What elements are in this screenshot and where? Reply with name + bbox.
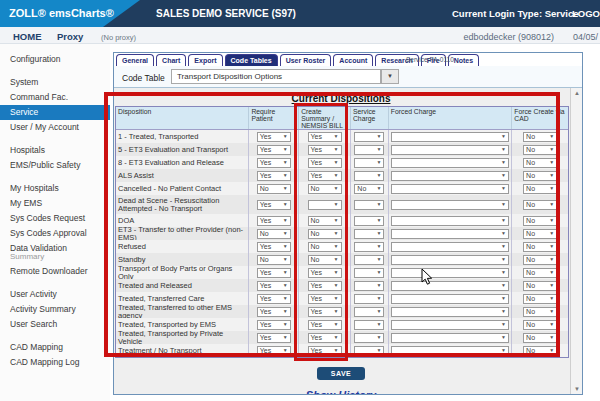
service-charge-select[interactable]: ▼: [354, 307, 384, 317]
require-patient-select[interactable]: Yes▼: [257, 333, 291, 343]
create-summary-select[interactable]: No▼: [308, 216, 342, 226]
create-summary-select[interactable]: No▼: [308, 184, 342, 194]
require-patient-select[interactable]: No▼: [257, 184, 291, 194]
create-summary-select[interactable]: Yes▼: [308, 158, 342, 168]
force-create-cad-select[interactable]: No▼: [523, 255, 557, 265]
force-create-cad-select[interactable]: No▼: [523, 132, 557, 142]
tab-user-roster[interactable]: User Roster: [280, 54, 332, 66]
create-summary-select[interactable]: Yes▼: [308, 145, 342, 155]
require-patient-select[interactable]: Yes▼: [257, 132, 291, 142]
create-summary-select[interactable]: Yes▼: [308, 346, 342, 356]
require-patient-select[interactable]: No▼: [257, 229, 291, 239]
forced-charge-select[interactable]: ▼: [391, 346, 509, 356]
force-create-cad-select[interactable]: No▼: [523, 268, 557, 278]
require-patient-select[interactable]: Yes▼: [257, 281, 291, 291]
service-charge-select[interactable]: ▼: [354, 255, 384, 265]
sidebar-item-ems-public-safety[interactable]: EMS/Public Safety: [0, 158, 110, 173]
forced-charge-select[interactable]: ▼: [391, 294, 509, 304]
sidebar-item-user-search[interactable]: User Search: [0, 317, 110, 332]
vertical-scrollbar[interactable]: ▲ ▼: [570, 88, 582, 394]
sidebar-item-system[interactable]: System: [0, 75, 110, 90]
forced-charge-select[interactable]: ▼: [391, 307, 509, 317]
force-create-cad-select[interactable]: No▼: [523, 281, 557, 291]
service-charge-select[interactable]: ▼: [354, 200, 384, 210]
require-patient-select[interactable]: Yes▼: [257, 307, 291, 317]
sidebar-item-my-ems[interactable]: My EMS: [0, 196, 110, 211]
code-table-select[interactable]: Transport Disposition Options: [171, 69, 381, 84]
home-menu[interactable]: HOME: [13, 31, 42, 42]
forced-charge-select[interactable]: ▼: [391, 333, 509, 343]
forced-charge-select[interactable]: ▼: [391, 229, 509, 239]
force-create-cad-select[interactable]: No▼: [523, 158, 557, 168]
force-create-cad-select[interactable]: No▼: [523, 229, 557, 239]
forced-charge-select[interactable]: ▼: [391, 184, 509, 194]
forced-charge-select[interactable]: ▼: [391, 268, 509, 278]
forced-charge-select[interactable]: ▼: [391, 171, 509, 181]
service-charge-select[interactable]: ▼: [354, 281, 384, 291]
forced-charge-select[interactable]: ▼: [391, 281, 509, 291]
create-summary-select[interactable]: Yes▼: [308, 281, 342, 291]
service-charge-select[interactable]: ▼: [354, 333, 384, 343]
create-summary-select[interactable]: No▼: [308, 242, 342, 252]
sidebar-item-data-validation[interactable]: Data ValidationSummary: [0, 241, 110, 264]
create-summary-select[interactable]: ▼: [308, 200, 342, 210]
sidebar-item-sys-codes-request[interactable]: Sys Codes Request: [0, 211, 110, 226]
scroll-down-icon[interactable]: ▼: [571, 386, 582, 392]
forced-charge-select[interactable]: ▼: [391, 132, 509, 142]
tab-general[interactable]: General: [116, 54, 154, 66]
create-summary-select[interactable]: Yes▼: [308, 294, 342, 304]
require-patient-select[interactable]: Yes▼: [257, 346, 291, 356]
force-create-cad-select[interactable]: No▼: [523, 200, 557, 210]
require-patient-select[interactable]: Yes▼: [257, 216, 291, 226]
proxy-menu[interactable]: Proxy: [57, 31, 83, 42]
sidebar-item-hospitals[interactable]: Hospitals: [0, 143, 110, 158]
forced-charge-select[interactable]: ▼: [391, 320, 509, 330]
force-create-cad-select[interactable]: No▼: [523, 320, 557, 330]
service-charge-select[interactable]: No▼: [354, 184, 384, 194]
require-patient-select[interactable]: Yes▼: [257, 158, 291, 168]
forced-charge-select[interactable]: ▼: [391, 145, 509, 155]
scroll-up-icon[interactable]: ▲: [571, 90, 582, 96]
forced-charge-select[interactable]: ▼: [391, 216, 509, 226]
sidebar-item-service[interactable]: Service: [0, 105, 110, 120]
service-charge-select[interactable]: ▼: [354, 346, 384, 356]
service-charge-select[interactable]: ▼: [354, 242, 384, 252]
service-charge-select[interactable]: ▼: [354, 294, 384, 304]
require-patient-select[interactable]: Yes▼: [257, 268, 291, 278]
show-history-link[interactable]: Show History: [114, 389, 568, 394]
create-summary-select[interactable]: Yes▼: [308, 268, 342, 278]
code-table-dropdown-icon[interactable]: ▼: [381, 69, 399, 84]
require-patient-select[interactable]: Yes▼: [257, 294, 291, 304]
forced-charge-select[interactable]: ▼: [391, 255, 509, 265]
sidebar-item-sys-codes-approval[interactable]: Sys Codes Approval: [0, 226, 110, 241]
force-create-cad-select[interactable]: No▼: [523, 242, 557, 252]
tab-account[interactable]: Account: [333, 54, 373, 66]
force-create-cad-select[interactable]: No▼: [523, 307, 557, 317]
require-patient-select[interactable]: No▼: [257, 255, 291, 265]
sidebar-item-user-activity[interactable]: User Activity: [0, 287, 110, 302]
service-charge-select[interactable]: ▼: [354, 171, 384, 181]
service-charge-select[interactable]: ▼: [354, 320, 384, 330]
require-patient-select[interactable]: Yes▼: [257, 171, 291, 181]
require-patient-select[interactable]: Yes▼: [257, 242, 291, 252]
tab-chart[interactable]: Chart: [156, 54, 186, 66]
sidebar-item-configuration[interactable]: Configuration: [0, 52, 110, 67]
force-create-cad-select[interactable]: No▼: [523, 184, 557, 194]
sidebar-item-user-my-account[interactable]: User / My Account: [0, 120, 110, 135]
save-button[interactable]: SAVE: [317, 367, 366, 380]
create-summary-select[interactable]: Yes▼: [308, 307, 342, 317]
sidebar-item-cad-mapping[interactable]: CAD Mapping: [0, 340, 110, 355]
force-create-cad-select[interactable]: No▼: [523, 333, 557, 343]
sidebar-item-command-fac[interactable]: Command Fac.: [0, 90, 110, 105]
sidebar-item-remote-downloader[interactable]: Remote Downloader: [0, 264, 110, 279]
sidebar-item-cad-mapping-log[interactable]: CAD Mapping Log: [0, 355, 110, 370]
force-create-cad-select[interactable]: No▼: [523, 171, 557, 181]
create-summary-select[interactable]: No▼: [308, 229, 342, 239]
sidebar-item-activity-summary[interactable]: Activity Summary: [0, 302, 110, 317]
create-summary-select[interactable]: Yes▼: [308, 132, 342, 142]
create-summary-select[interactable]: Yes▼: [308, 333, 342, 343]
require-patient-select[interactable]: Yes▼: [257, 200, 291, 210]
service-charge-select[interactable]: ▼: [354, 158, 384, 168]
require-patient-select[interactable]: Yes▼: [257, 145, 291, 155]
forced-charge-select[interactable]: ▼: [391, 242, 509, 252]
